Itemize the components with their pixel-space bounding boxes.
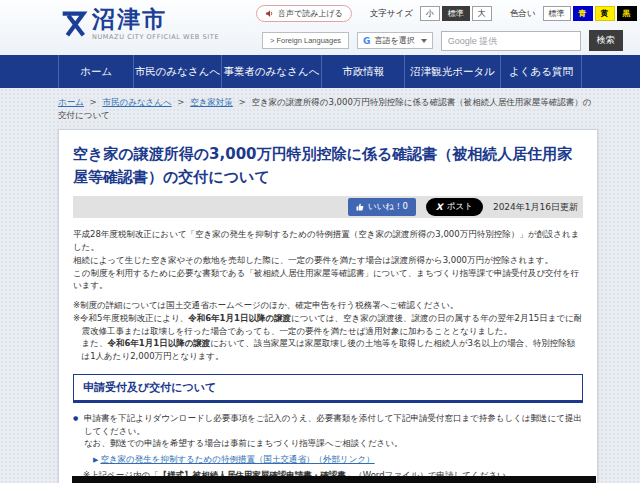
search-button[interactable]: 検索 xyxy=(589,30,623,51)
city-logo-icon xyxy=(58,9,88,39)
application-line: 申請書を下記よりダウンロードし必要事項をご記入のうえ、必要書類を添付して下記申請… xyxy=(84,412,583,438)
note-r6-prefix: また、 xyxy=(82,338,108,348)
note-r6-bold: 令和6年1月1日以降の譲渡 xyxy=(107,338,210,348)
nav-item-citizens[interactable]: 市民のみなさんへ xyxy=(133,55,220,88)
page-title: 空き家の譲渡所得の3,000万円特別控除に係る確認書（被相続人居住用家屋等確認書… xyxy=(73,143,583,188)
color-scheme-label: 色合い xyxy=(510,8,536,20)
intro-line: 相続によって生じた空き家やその敷地を売却した際に、一定の要件を満たす場合は譲渡所… xyxy=(73,254,583,267)
x-logo-icon: X xyxy=(436,202,443,212)
nav-item-businesses[interactable]: 事業者のみなさんへ xyxy=(221,55,322,88)
font-size-large-button[interactable]: 大 xyxy=(472,6,492,22)
note-r6: また、令和6年1月1日以降の譲渡において、該当家屋又は家屋取壊し後の土地等を取得… xyxy=(73,337,583,363)
like-label: いいね！0 xyxy=(368,201,408,213)
breadcrumb-separator: > xyxy=(90,97,97,107)
site-subtitle: NUMAZU CITY OFFICIAL WEB SITE xyxy=(92,33,219,41)
updated-date: 2024年1月16日更新 xyxy=(493,201,578,214)
note-r5: ※令和5年度税制改正により、令和6年1月1日以降の譲渡については、空き家の譲渡後… xyxy=(73,312,583,338)
breadcrumb-citizens-link[interactable]: 市民のみなさんへ xyxy=(102,97,171,107)
breadcrumb-separator: > xyxy=(239,97,246,107)
color-standard-button[interactable]: 標準 xyxy=(543,6,571,22)
mlit-external-link[interactable]: 空き家の発生を抑制するための特例措置（国土交通省）（外部リンク） xyxy=(100,454,374,464)
color-yellow-button[interactable]: 黄 xyxy=(595,6,615,22)
global-nav: ホーム 市民のみなさんへ 事業者のみなさんへ 市政情報 沼津観光ポータル よくあ… xyxy=(0,55,640,88)
nav-item-home[interactable]: ホーム xyxy=(58,55,133,88)
note-r5-bold: 令和6年1月1日以降の譲渡 xyxy=(188,313,291,323)
city-logo[interactable]: 沼津市 NUMAZU CITY OFFICIAL WEB SITE xyxy=(58,7,219,41)
x-post-button[interactable]: X ポスト xyxy=(426,198,483,216)
nav-item-city-info[interactable]: 市政情報 xyxy=(321,55,404,88)
social-strip: いいね！0 X ポスト 2024年1月16日更新 xyxy=(73,196,583,218)
font-size-small-button[interactable]: 小 xyxy=(420,6,440,22)
notes-paragraph: ※制度の詳細については国土交通省ホームページのほか、確定申告を行う税務署へご確認… xyxy=(73,299,583,363)
font-size-label: 文字サイズ xyxy=(370,8,413,20)
facebook-like-button[interactable]: いいね！0 xyxy=(348,198,416,216)
nav-item-faq[interactable]: よくある質問 xyxy=(500,55,582,88)
language-select-label: 言語を選択 xyxy=(375,35,415,46)
intro-line: この制度を利用するために必要な書類である「被相続人居住用家屋等確認書」について、… xyxy=(73,267,583,293)
x-post-label: ポスト xyxy=(447,201,473,213)
search-input[interactable] xyxy=(441,31,581,51)
foreign-languages-button[interactable]: > Foreign Languages xyxy=(262,32,349,49)
breadcrumb: ホーム > 市民のみなさんへ > 空き家対策 > 空き家の譲渡所得の3,000万… xyxy=(58,96,598,122)
application-line: なお、郵送での申請を希望する場合は事前にまちづくり指導課へご相談ください。 xyxy=(84,437,583,450)
site-header: 沼津市 NUMAZU CITY OFFICIAL WEB SITE 音声で読み上… xyxy=(0,0,640,55)
intro-paragraph: 平成28年度税制改正において「空き家の発生を抑制するための特例措置（空き家の譲渡… xyxy=(73,228,583,292)
application-instructions: ● 申請書を下記よりダウンロードし必要事項をご記入のうえ、必要書類を添付して下記… xyxy=(73,412,583,450)
bullet-icon: ● xyxy=(73,413,78,422)
note-r5-prefix: ※令和5年度税制改正により、 xyxy=(73,313,188,323)
nav-item-tourism-portal[interactable]: 沼津観光ポータル xyxy=(404,55,500,88)
font-size-standard-button[interactable]: 標準 xyxy=(442,6,470,22)
note-detail: ※制度の詳細については国土交通省ホームページのほか、確定申告を行う税務署へご確認… xyxy=(73,299,583,312)
cutoff-table-header xyxy=(72,476,596,483)
thumbs-up-icon xyxy=(356,203,364,211)
breadcrumb-vacant-house-link[interactable]: 空き家対策 xyxy=(190,97,233,107)
color-blue-button[interactable]: 青 xyxy=(573,6,593,22)
external-link-row: ▶空き家の発生を抑制するための特例措置（国土交通省）（外部リンク） xyxy=(73,453,583,466)
speaker-icon xyxy=(265,9,274,18)
application-section: ● 申請書を下記よりダウンロードし必要事項をご記入のうえ、必要書類を添付して下記… xyxy=(73,412,583,483)
chevron-down-icon xyxy=(421,39,427,43)
intro-line: 平成28年度税制改正において「空き家の発生を抑制するための特例措置（空き家の譲渡… xyxy=(73,228,583,254)
breadcrumb-separator: > xyxy=(177,97,184,107)
link-arrow-icon: ▶ xyxy=(93,456,98,464)
read-aloud-label: 音声で読み上げる xyxy=(278,8,343,19)
language-select-dropdown[interactable]: G 言語を選択 xyxy=(357,32,433,49)
read-aloud-button[interactable]: 音声で読み上げる xyxy=(256,5,352,22)
google-g-icon: G xyxy=(363,36,370,46)
article-card: 空き家の譲渡所得の3,000万円特別控除に係る確認書（被相続人居住用家屋等確認書… xyxy=(58,129,598,483)
color-black-button[interactable]: 黒 xyxy=(617,6,637,22)
site-title: 沼津市 xyxy=(92,7,219,32)
section-heading: 申請受付及び交付について xyxy=(73,374,583,403)
breadcrumb-home-link[interactable]: ホーム xyxy=(58,97,84,107)
